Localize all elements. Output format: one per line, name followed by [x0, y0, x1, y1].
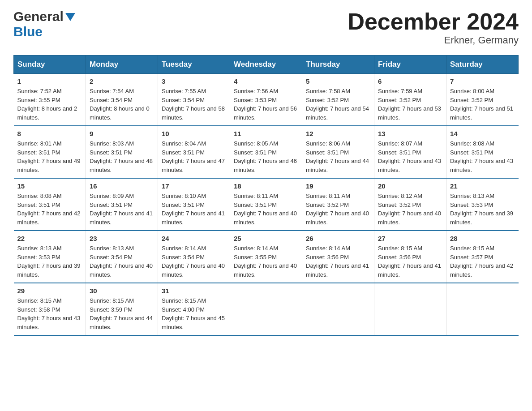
day-number: 21: [450, 182, 515, 190]
calendar-cell: 29 Sunrise: 8:15 AM Sunset: 3:58 PM Dayl…: [14, 283, 86, 335]
day-number: 28: [450, 235, 515, 242]
col-friday: Friday: [374, 56, 446, 74]
day-info: Sunrise: 7:58 AM Sunset: 3:52 PM Dayligh…: [306, 87, 370, 122]
calendar-cell: 27 Sunrise: 8:15 AM Sunset: 3:56 PM Dayl…: [374, 231, 446, 283]
day-info: Sunrise: 8:11 AM Sunset: 3:51 PM Dayligh…: [234, 192, 298, 227]
calendar-cell: 14 Sunrise: 8:08 AM Sunset: 3:51 PM Dayl…: [446, 126, 519, 178]
page-header: General Blue December 2024 Erkner, Germa…: [13, 9, 519, 46]
day-info: Sunrise: 8:12 AM Sunset: 3:52 PM Dayligh…: [378, 192, 442, 227]
calendar-cell: 13 Sunrise: 8:07 AM Sunset: 3:51 PM Dayl…: [374, 126, 446, 178]
daylight-label: Daylight: 7 hours and 53 minutes.: [378, 105, 441, 121]
daylight-label: Daylight: 8 hours and 2 minutes.: [17, 105, 77, 121]
sunset-label: Sunset: 3:52 PM: [450, 97, 493, 103]
col-tuesday: Tuesday: [158, 56, 230, 74]
sunrise-label: Sunrise: 8:01 AM: [17, 140, 62, 147]
daylight-label: Daylight: 7 hours and 43 minutes.: [378, 158, 441, 173]
day-number: 6: [378, 77, 442, 85]
daylight-label: Daylight: 7 hours and 56 minutes.: [234, 105, 297, 121]
sunset-label: Sunset: 3:51 PM: [450, 149, 493, 156]
daylight-label: Daylight: 7 hours and 45 minutes.: [162, 315, 225, 330]
day-number: 27: [378, 235, 442, 242]
sunrise-label: Sunrise: 8:05 AM: [234, 140, 278, 147]
sunset-label: Sunset: 3:51 PM: [234, 149, 277, 156]
title-block: December 2024 Erkner, Germany: [348, 9, 519, 46]
sunrise-label: Sunrise: 8:15 AM: [17, 297, 62, 304]
sunrise-label: Sunrise: 7:52 AM: [17, 88, 62, 94]
calendar-cell: 26 Sunrise: 8:14 AM Sunset: 3:56 PM Dayl…: [302, 231, 374, 283]
daylight-label: Daylight: 7 hours and 39 minutes.: [17, 262, 81, 278]
day-number: 24: [162, 235, 226, 242]
calendar-cell: 21 Sunrise: 8:13 AM Sunset: 3:53 PM Dayl…: [446, 178, 519, 231]
sunset-label: Sunset: 3:51 PM: [234, 201, 277, 208]
day-number: 9: [90, 130, 154, 137]
day-number: 3: [162, 77, 226, 85]
day-info: Sunrise: 8:10 AM Sunset: 3:51 PM Dayligh…: [162, 192, 226, 227]
sunset-label: Sunset: 3:59 PM: [90, 306, 133, 313]
day-number: 2: [90, 77, 154, 85]
day-number: 31: [162, 287, 226, 295]
day-number: 17: [162, 182, 226, 190]
day-number: 7: [450, 77, 515, 85]
daylight-label: Daylight: 7 hours and 43 minutes.: [450, 158, 513, 173]
day-info: Sunrise: 7:59 AM Sunset: 3:52 PM Dayligh…: [378, 87, 442, 122]
sunrise-label: Sunrise: 8:08 AM: [450, 140, 494, 147]
sunrise-label: Sunrise: 8:13 AM: [90, 245, 134, 252]
calendar-cell: 19 Sunrise: 8:11 AM Sunset: 3:52 PM Dayl…: [302, 178, 374, 231]
day-info: Sunrise: 7:52 AM Sunset: 3:55 PM Dayligh…: [17, 87, 82, 122]
calendar-cell: 12 Sunrise: 8:06 AM Sunset: 3:51 PM Dayl…: [302, 126, 374, 178]
calendar-cell: 24 Sunrise: 8:14 AM Sunset: 3:54 PM Dayl…: [158, 231, 230, 283]
calendar-cell: 10 Sunrise: 8:04 AM Sunset: 3:51 PM Dayl…: [158, 126, 230, 178]
daylight-label: Daylight: 7 hours and 43 minutes.: [17, 315, 81, 330]
daylight-label: Daylight: 7 hours and 40 minutes.: [306, 210, 369, 226]
sunrise-label: Sunrise: 7:54 AM: [90, 88, 134, 94]
sunset-label: Sunset: 3:57 PM: [450, 254, 493, 261]
day-info: Sunrise: 8:13 AM Sunset: 3:53 PM Dayligh…: [450, 192, 515, 227]
day-info: Sunrise: 8:09 AM Sunset: 3:51 PM Dayligh…: [90, 192, 154, 227]
calendar-cell: 11 Sunrise: 8:05 AM Sunset: 3:51 PM Dayl…: [230, 126, 302, 178]
sunset-label: Sunset: 3:56 PM: [306, 254, 349, 261]
col-monday: Monday: [86, 56, 158, 74]
day-info: Sunrise: 8:15 AM Sunset: 4:00 PM Dayligh…: [162, 296, 226, 331]
sunset-label: Sunset: 3:51 PM: [378, 149, 421, 156]
sunrise-label: Sunrise: 7:59 AM: [378, 88, 422, 94]
day-number: 4: [234, 77, 298, 85]
calendar-week-row: 15 Sunrise: 8:08 AM Sunset: 3:51 PM Dayl…: [14, 178, 519, 231]
day-info: Sunrise: 8:03 AM Sunset: 3:51 PM Dayligh…: [90, 139, 154, 174]
daylight-label: Daylight: 7 hours and 40 minutes.: [378, 210, 441, 226]
sunset-label: Sunset: 3:53 PM: [17, 254, 60, 261]
sunrise-label: Sunrise: 8:00 AM: [450, 88, 494, 94]
calendar-cell: [446, 283, 519, 335]
sunset-label: Sunset: 3:51 PM: [162, 149, 205, 156]
day-info: Sunrise: 8:15 AM Sunset: 3:59 PM Dayligh…: [90, 296, 154, 331]
daylight-label: Daylight: 7 hours and 41 minutes.: [90, 210, 153, 226]
sunrise-label: Sunrise: 8:15 AM: [162, 297, 206, 304]
calendar-cell: [230, 283, 302, 335]
day-info: Sunrise: 7:55 AM Sunset: 3:54 PM Dayligh…: [162, 87, 226, 122]
calendar-week-row: 22 Sunrise: 8:13 AM Sunset: 3:53 PM Dayl…: [14, 231, 519, 283]
calendar-cell: 30 Sunrise: 8:15 AM Sunset: 3:59 PM Dayl…: [86, 283, 158, 335]
sunset-label: Sunset: 3:51 PM: [90, 201, 133, 208]
sunrise-label: Sunrise: 8:15 AM: [90, 297, 134, 304]
calendar-cell: 31 Sunrise: 8:15 AM Sunset: 4:00 PM Dayl…: [158, 283, 230, 335]
daylight-label: Daylight: 7 hours and 40 minutes.: [90, 262, 153, 278]
day-info: Sunrise: 8:07 AM Sunset: 3:51 PM Dayligh…: [378, 139, 442, 174]
daylight-label: Daylight: 7 hours and 41 minutes.: [378, 262, 441, 278]
sunset-label: Sunset: 3:51 PM: [90, 149, 133, 156]
day-info: Sunrise: 8:08 AM Sunset: 3:51 PM Dayligh…: [17, 192, 82, 227]
day-info: Sunrise: 8:00 AM Sunset: 3:52 PM Dayligh…: [450, 87, 515, 122]
calendar-cell: 18 Sunrise: 8:11 AM Sunset: 3:51 PM Dayl…: [230, 178, 302, 231]
sunset-label: Sunset: 3:52 PM: [306, 201, 349, 208]
sunrise-label: Sunrise: 8:15 AM: [378, 245, 422, 252]
day-number: 30: [90, 287, 154, 295]
calendar-cell: 17 Sunrise: 8:10 AM Sunset: 3:51 PM Dayl…: [158, 178, 230, 231]
calendar-cell: 1 Sunrise: 7:52 AM Sunset: 3:55 PM Dayli…: [14, 74, 86, 126]
daylight-label: Daylight: 7 hours and 44 minutes.: [306, 158, 369, 173]
day-info: Sunrise: 7:54 AM Sunset: 3:54 PM Dayligh…: [90, 87, 154, 122]
day-info: Sunrise: 8:08 AM Sunset: 3:51 PM Dayligh…: [450, 139, 515, 174]
day-number: 23: [90, 235, 154, 242]
daylight-label: Daylight: 7 hours and 54 minutes.: [306, 105, 369, 121]
day-info: Sunrise: 8:04 AM Sunset: 3:51 PM Dayligh…: [162, 139, 226, 174]
sunrise-label: Sunrise: 7:56 AM: [234, 88, 278, 94]
daylight-label: Daylight: 7 hours and 41 minutes.: [162, 210, 225, 226]
calendar-cell: 22 Sunrise: 8:13 AM Sunset: 3:53 PM Dayl…: [14, 231, 86, 283]
